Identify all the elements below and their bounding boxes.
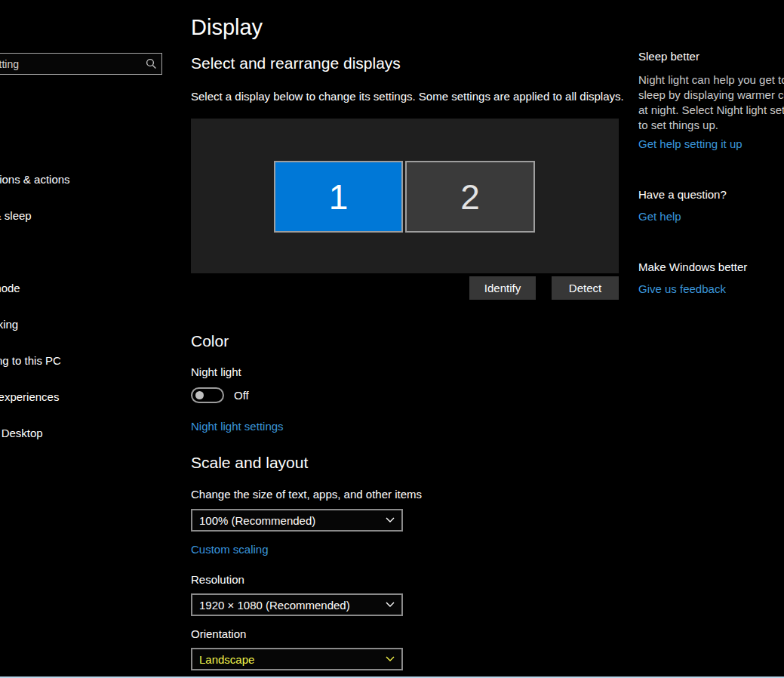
sidebar-item-remote-desktop[interactable]: Remote Desktop [0,418,200,448]
size-label: Change the size of text, apps, and other… [191,488,422,501]
scaling-value: 100% (Recommended) [199,514,315,527]
scale-layout-heading: Scale and layout [191,454,308,472]
sleep-better-text: Night light can help you get to [638,72,784,88]
get-help-link[interactable]: Get help [638,210,681,223]
night-light-toggle[interactable] [191,387,224,403]
monitor-2[interactable]: 2 [405,161,535,233]
orientation-label: Orientation [191,627,246,640]
color-heading: Color [191,332,229,350]
scaling-dropdown[interactable]: 100% (Recommended) [191,509,403,532]
have-a-question-heading: Have a question? [638,188,727,201]
give-us-feedback-link[interactable]: Give us feedback [638,282,726,295]
sidebar-item-power-sleep[interactable]: Power & sleep [0,201,200,231]
sleep-better-text: at night. Select Night light settings [638,103,784,118]
monitor-1[interactable]: 1 [274,161,403,233]
chevron-down-icon [386,517,395,523]
display-arrangement-canvas: 1 2 [191,119,619,273]
resolution-dropdown[interactable]: 1920 × 1080 (Recommended) [191,593,403,616]
resolution-label: Resolution [191,573,244,586]
search-icon[interactable] [140,58,161,69]
sidebar-item-multitasking[interactable]: Multitasking [0,310,200,340]
page-title: Display [191,14,263,41]
sleep-better-heading: Sleep better [638,50,699,63]
make-windows-better-heading: Make Windows better [638,260,747,273]
rearrange-description: Select a display below to change its set… [191,90,624,103]
sidebar-item-projecting[interactable]: Projecting to this PC [0,346,200,376]
night-light-settings-link[interactable]: Night light settings [191,420,284,433]
sidebar-item-shared-experiences[interactable]: Shared experiences [0,382,200,412]
chevron-down-icon [386,656,395,662]
rearrange-heading: Select and rearrange displays [191,54,401,72]
orientation-value: Landscape [199,653,254,666]
sidebar-item-display[interactable]: Display [0,128,200,159]
custom-scaling-link[interactable]: Custom scaling [191,543,269,556]
orientation-dropdown[interactable]: Landscape [191,648,403,670]
get-help-setting-up-link[interactable]: Get help setting it up [638,137,742,150]
search-input[interactable] [0,58,140,70]
sleep-better-text: sleep by displaying warmer colors [638,88,784,103]
identify-button[interactable]: Identify [469,276,536,300]
sleep-better-text: to set things up. [638,118,718,133]
chevron-down-icon [386,602,395,608]
resolution-value: 1920 × 1080 (Recommended) [199,599,350,612]
toggle-knob [195,391,204,399]
sidebar-item-tablet-mode[interactable]: Tablet mode [0,273,200,304]
search-box [0,53,162,75]
detect-button[interactable]: Detect [552,276,619,300]
settings-window: Display Notifications & actions Power & … [0,0,784,678]
sidebar-item-notifications[interactable]: Notifications & actions [0,165,200,195]
night-light-state: Off [234,387,249,403]
sidebar-item-storage[interactable]: Storage [0,237,200,267]
night-light-label: Night light [191,365,241,378]
